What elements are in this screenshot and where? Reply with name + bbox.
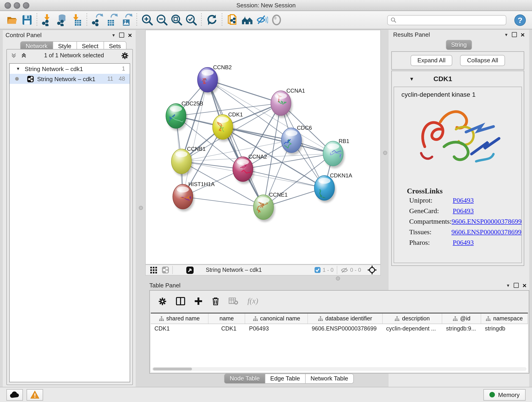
- selected-checkbox-icon[interactable]: [314, 267, 321, 273]
- network-node[interactable]: CDK1: [213, 111, 243, 142]
- right-splitter-handle[interactable]: [383, 151, 387, 155]
- zoom-fit-icon[interactable]: [169, 13, 184, 27]
- hidden-eye-slash-icon[interactable]: [341, 267, 348, 273]
- network-node[interactable]: RB1: [323, 138, 349, 168]
- network-node[interactable]: CDC6: [281, 125, 312, 155]
- network-row[interactable]: String Network – cdk1 11 48: [10, 74, 130, 84]
- table-cell[interactable]: stringdb: [481, 324, 528, 334]
- network-node[interactable]: CCNA2: [233, 153, 267, 184]
- network-node[interactable]: CCNB1: [171, 146, 206, 176]
- add-column-icon[interactable]: [194, 297, 203, 305]
- tab-edge-table[interactable]: Edge Table: [265, 374, 306, 384]
- panel-float-icon[interactable]: ▼: [506, 283, 510, 288]
- section-expander-icon[interactable]: ▼: [409, 76, 414, 81]
- table-cell[interactable]: CDK1: [208, 324, 245, 334]
- fit-crosshair-icon[interactable]: [367, 265, 377, 274]
- table-cell[interactable]: stringdb:9...: [443, 324, 481, 334]
- column-header-description[interactable]: description: [383, 313, 443, 324]
- panel-close-icon[interactable]: ×: [128, 33, 132, 37]
- network-view-icon[interactable]: [162, 266, 169, 274]
- cloud-status-button[interactable]: [6, 389, 23, 400]
- table-cell[interactable]: 9606.ENSP00000378699: [308, 324, 382, 334]
- tree-expander-icon[interactable]: ▼: [16, 66, 20, 71]
- network-collection-row[interactable]: ▼ String Network – cdk1 1: [10, 64, 130, 74]
- panel-float-icon[interactable]: ▼: [112, 33, 116, 37]
- crosslink-uniprot-link[interactable]: P06493: [453, 197, 474, 204]
- scrollbar-thumb[interactable]: [153, 368, 192, 370]
- zoom-out-icon[interactable]: [154, 13, 169, 27]
- network-node[interactable]: CCNA1: [271, 88, 305, 118]
- table-row[interactable]: CDK1CDK1P064939606.ENSP00000378699cyclin…: [151, 324, 528, 334]
- network-edge[interactable]: [183, 197, 264, 207]
- collapse-all-button[interactable]: Collapse All: [460, 55, 505, 66]
- panel-close-icon[interactable]: ×: [520, 32, 525, 37]
- tab-string[interactable]: String: [446, 40, 472, 50]
- table-horizontal-scrollbar[interactable]: [152, 367, 526, 371]
- panel-maximize-icon[interactable]: [514, 283, 519, 288]
- detach-view-icon[interactable]: [186, 266, 194, 274]
- column-header-namespace[interactable]: namespace: [481, 313, 528, 324]
- export-network-icon[interactable]: [90, 13, 104, 27]
- column-header-shared-name[interactable]: shared name: [151, 313, 208, 324]
- grid-view-icon[interactable]: [150, 267, 157, 274]
- network-edge[interactable]: [208, 80, 264, 207]
- network-node[interactable]: HIST1H1A: [173, 181, 215, 211]
- panel-maximize-icon[interactable]: [119, 32, 124, 38]
- search-input[interactable]: [396, 16, 503, 24]
- table-options-gear-icon[interactable]: [158, 297, 167, 306]
- cdk1-section-header[interactable]: ▼ CDK1: [392, 71, 524, 86]
- import-table-icon[interactable]: [69, 13, 84, 27]
- expand-all-button[interactable]: Expand All: [411, 55, 452, 66]
- panel-close-icon[interactable]: ×: [522, 283, 526, 287]
- export-image-icon[interactable]: [119, 13, 134, 27]
- delete-table-icon[interactable]: [229, 298, 238, 305]
- tab-network-table[interactable]: Network Table: [305, 374, 354, 384]
- table-cell[interactable]: cyclin-dependent ...: [383, 324, 443, 334]
- show-columns-icon[interactable]: [176, 297, 185, 305]
- table-cell[interactable]: CDK1: [151, 324, 208, 334]
- panel-float-icon[interactable]: ▼: [504, 32, 508, 37]
- open-file-icon[interactable]: [5, 13, 19, 27]
- zoom-window-button[interactable]: [23, 2, 29, 9]
- network-node[interactable]: CCNE1: [253, 191, 288, 222]
- share-document-icon[interactable]: [225, 13, 240, 27]
- tab-node-table[interactable]: Node Table: [224, 374, 265, 384]
- warnings-button[interactable]: [27, 389, 43, 400]
- panel-maximize-icon[interactable]: [512, 32, 517, 37]
- delete-column-icon[interactable]: [212, 297, 220, 306]
- left-splitter-handle[interactable]: [139, 206, 143, 210]
- toolbar-search-field[interactable]: [387, 15, 506, 25]
- help-icon[interactable]: ?: [513, 13, 527, 27]
- import-network-from-database-icon[interactable]: [55, 13, 69, 27]
- expand-all-icon[interactable]: [21, 52, 27, 59]
- column-header-name[interactable]: name: [208, 313, 245, 324]
- crosslink-tissues-link[interactable]: 9606.ENSP00000378699: [451, 228, 521, 236]
- crosslink-genecard-link[interactable]: P06493: [453, 207, 474, 215]
- import-network-icon[interactable]: [40, 13, 55, 27]
- collapse-all-icon[interactable]: [11, 52, 17, 59]
- string-home-icon[interactable]: [240, 13, 254, 27]
- save-session-icon[interactable]: [19, 13, 34, 27]
- network-edge[interactable]: [243, 169, 324, 188]
- network-options-gear-icon[interactable]: [121, 51, 129, 59]
- hide-glasses-icon[interactable]: [254, 13, 269, 27]
- horizontal-splitter-handle[interactable]: [336, 276, 340, 281]
- memory-button[interactable]: Memory: [483, 389, 526, 400]
- column-header-canonical-name[interactable]: canonical name: [245, 313, 308, 324]
- crosslink-pharos-link[interactable]: P06493: [453, 239, 474, 247]
- table-cell[interactable]: P06493: [245, 324, 308, 334]
- zoom-in-icon[interactable]: [140, 13, 154, 27]
- column-header--id[interactable]: @id: [443, 313, 481, 324]
- network-graph[interactable]: CCNB2CCNA1CDC25BCDK1CDC6RB1CCNB1CCNA2CDK…: [146, 30, 380, 264]
- apply-layout-icon[interactable]: [204, 13, 219, 27]
- network-canvas[interactable]: CCNB2CCNA1CDC25BCDK1CDC6RB1CCNB1CCNA2CDK…: [145, 30, 381, 264]
- network-edge[interactable]: [223, 127, 333, 153]
- show-eye-icon[interactable]: [269, 13, 284, 27]
- crosslink-compartments-link[interactable]: 9606.ENSP00000378699: [452, 218, 522, 225]
- minimize-window-button[interactable]: [14, 2, 20, 9]
- close-window-button[interactable]: [5, 2, 11, 9]
- export-table-icon[interactable]: [104, 13, 119, 27]
- column-header-database-identifier[interactable]: database identifier: [308, 313, 382, 324]
- zoom-selected-icon[interactable]: [184, 13, 198, 27]
- function-builder-icon[interactable]: f(x): [247, 297, 258, 306]
